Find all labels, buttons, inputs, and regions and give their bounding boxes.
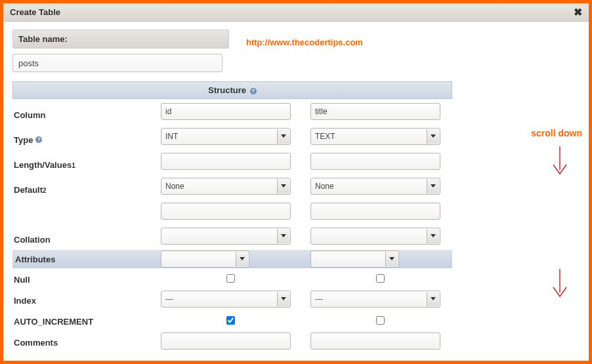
index-select-0[interactable]: --- bbox=[161, 291, 291, 308]
autoinc-checkbox-0[interactable] bbox=[226, 316, 235, 325]
dialog-title-text: Create Table bbox=[10, 7, 60, 17]
default-select-0[interactable]: None bbox=[161, 178, 291, 195]
type-select-0[interactable]: INT bbox=[161, 128, 291, 145]
table-name-input[interactable] bbox=[12, 54, 222, 72]
row-label-length: Length/Values1 bbox=[12, 149, 150, 174]
comments-input-0[interactable] bbox=[161, 333, 291, 350]
collation-select-0[interactable] bbox=[161, 228, 291, 245]
row-label-comments: Comments bbox=[12, 330, 150, 352]
overlay-url: http://www.thecodertips.com bbox=[246, 37, 363, 47]
row-label-default-value bbox=[12, 199, 150, 224]
default-value-input-0[interactable] bbox=[161, 203, 291, 220]
attributes-select-1[interactable] bbox=[310, 251, 399, 268]
column-name-input-0[interactable] bbox=[161, 103, 291, 120]
null-checkbox-0[interactable] bbox=[226, 274, 235, 283]
structure-grid-lower: Null Index --- --- AUTO_INCREMENT Commen… bbox=[12, 268, 452, 352]
dialog-body-scroll[interactable]: http://www.thecodertips.com Table name: … bbox=[3, 22, 589, 361]
row-label-attributes: Attributes bbox=[12, 250, 150, 268]
arrow-down-icon bbox=[551, 268, 569, 300]
structure-grid: Column Type ? INT TEXT Length/Values1 bbox=[12, 99, 452, 249]
comments-input-1[interactable] bbox=[310, 333, 440, 350]
attributes-row: Attributes bbox=[12, 250, 452, 268]
row-label-collation: Collation bbox=[12, 224, 150, 249]
length-input-1[interactable] bbox=[310, 153, 440, 170]
row-label-default: Default2 bbox=[12, 174, 150, 199]
row-label-null: Null bbox=[12, 268, 150, 288]
dialog-content: http://www.thecodertips.com Table name: … bbox=[3, 22, 589, 361]
type-select-1[interactable]: TEXT bbox=[310, 128, 440, 145]
dialog-titlebar: Create Table ✖ bbox=[3, 3, 589, 22]
create-table-dialog: Create Table ✖ http://www.thecodertips.c… bbox=[0, 0, 592, 364]
row-label-index: Index bbox=[12, 288, 150, 310]
row-label-type: Type ? bbox=[12, 124, 150, 149]
help-icon[interactable]: ? bbox=[250, 88, 257, 94]
length-input-0[interactable] bbox=[161, 153, 291, 170]
column-name-input-1[interactable] bbox=[310, 103, 440, 120]
default-select-1[interactable]: None bbox=[310, 178, 440, 195]
table-name-label: Table name: bbox=[12, 30, 229, 49]
null-checkbox-1[interactable] bbox=[376, 274, 385, 283]
help-icon[interactable]: ? bbox=[35, 136, 42, 143]
row-label-column: Column bbox=[12, 99, 150, 124]
attributes-select-0[interactable] bbox=[161, 251, 249, 268]
structure-header: Structure ? bbox=[12, 81, 452, 99]
collation-select-1[interactable] bbox=[310, 228, 440, 245]
arrow-down-icon bbox=[551, 145, 569, 178]
scroll-down-hint: scroll down bbox=[531, 128, 582, 138]
index-select-1[interactable]: --- bbox=[310, 291, 440, 308]
autoinc-checkbox-1[interactable] bbox=[376, 316, 385, 325]
default-value-input-1[interactable] bbox=[310, 203, 440, 220]
close-icon[interactable]: ✖ bbox=[574, 6, 582, 18]
row-label-autoinc: AUTO_INCREMENT bbox=[12, 310, 150, 330]
